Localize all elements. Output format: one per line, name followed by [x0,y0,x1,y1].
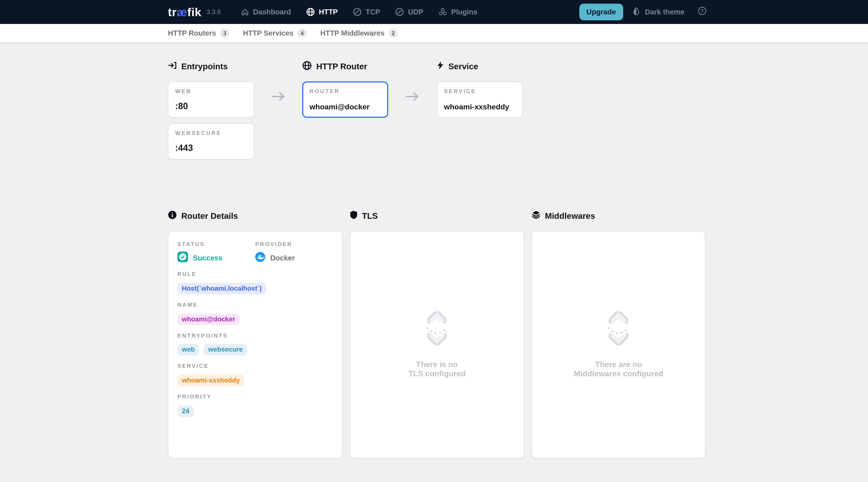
tab-label: HTTP Routers [168,29,216,37]
name-chip: whoami@docker [178,313,240,325]
middlewares-empty-line2: Middlewares configured [574,369,663,378]
entrypoint-chip: web [178,344,199,355]
provider-label: PROVIDER [255,241,333,247]
tls-empty-text: There is no TLS configured [408,360,466,378]
nav-item-dashboard[interactable]: Dashboard [241,8,291,16]
proxy-icon [395,7,404,16]
service-group: SERVICE whoami-xxsheddy [178,363,333,386]
middlewares-empty-line1: There are no [574,360,663,369]
flow-arrow-cell [254,61,302,165]
name-label: NAME [178,302,333,308]
shield-icon [350,210,358,221]
tab-http-services[interactable]: HTTP Services 4 [243,28,307,38]
bolt-icon [437,61,444,72]
service-chip: whoami-xxsheddy [178,375,244,386]
tab-count-badge: 3 [220,28,229,38]
docker-icon [255,252,265,264]
subnav: HTTP Routers 3 HTTP Services 4 HTTP Midd… [0,24,868,42]
tab-label: HTTP Services [243,29,293,37]
logo-text-2: fik [187,5,202,19]
service-column: Service SERVICE whoami-xxsheddy [437,61,523,165]
rule-group: RULE Host(`whoami.localhost`) [178,271,333,295]
proxy-icon [353,7,362,16]
entrypoints-group: ENTRYPOINTS web websecure [178,332,333,355]
tab-http-routers[interactable]: HTTP Routers 3 [168,28,229,38]
service-card[interactable]: SERVICE whoami-xxsheddy [437,82,523,118]
tab-count-badge: 2 [389,28,398,38]
http-router-title: HTTP Router [316,61,367,71]
info-icon [168,210,177,221]
nav-item-plugins[interactable]: Plugins [438,7,477,16]
entrypoint-label: WEBSECURE [175,130,247,136]
flow-arrow-cell [388,61,437,165]
entrypoints-column: Entrypoints WEB :80 WEBSECURE :443 [168,61,254,165]
service-label: SERVICE [178,363,333,369]
middlewares-title: Middlewares [545,211,595,221]
tls-empty-line1: There is no [408,360,466,369]
tls-panel: TLS There is no TLS configured [350,211,524,458]
tab-http-middlewares[interactable]: HTTP Middlewares 2 [320,28,398,38]
middlewares-empty-text: There are no Middlewares configured [574,360,663,378]
entrypoint-card-web: WEB :80 [168,82,254,118]
droplet-icon [632,7,641,17]
dark-theme-label: Dark theme [645,8,684,16]
traefik-logo[interactable]: træfik [168,5,202,19]
logo-ae: æ [177,5,187,19]
status-label: STATUS [178,241,255,247]
nav-item-label: Plugins [451,8,477,16]
tab-count-badge: 4 [298,28,307,38]
router-card-label: ROUTER [310,88,381,94]
entrypoints-heading: Entrypoints [168,61,254,71]
entrypoints-title: Entrypoints [181,61,228,71]
svg-text:?: ? [701,8,704,14]
nav-item-label: Dashboard [253,8,291,16]
middlewares-heading: Middlewares [532,211,706,221]
tls-card: There is no TLS configured [350,231,524,458]
main-content: Entrypoints WEB :80 WEBSECURE :443 HTTP … [168,42,707,458]
status-value: Success [193,254,222,262]
upgrade-button[interactable]: Upgrade [579,4,623,20]
cubes-icon [438,7,447,16]
nav-item-label: HTTP [319,8,338,16]
router-column: HTTP Router ROUTER whoami@docker [302,61,388,165]
entrypoint-label: WEB [175,88,247,94]
right-arrow-icon [406,91,419,104]
enter-icon [168,61,177,72]
tls-title: TLS [362,211,378,221]
globe-icon [302,61,312,72]
nav-item-http[interactable]: HTTP [306,7,338,16]
entrypoints-label: ENTRYPOINTS [178,332,333,339]
middlewares-card: There are no Middlewares configured [532,231,706,458]
status-group: STATUS Success [178,241,255,264]
service-card-value: whoami-xxsheddy [444,102,516,111]
router-details-title: Router Details [181,211,238,221]
nav-item-udp[interactable]: UDP [395,7,423,16]
router-card-value: whoami@docker [310,102,381,111]
router-card[interactable]: ROUTER whoami@docker [302,82,388,118]
empty-layers-icon [600,311,637,348]
entrypoint-chip: websecure [204,344,247,355]
layers-icon [532,210,540,221]
provider-group: PROVIDER Docker [255,241,333,264]
empty-layers-icon [418,311,455,348]
routing-flow: Entrypoints WEB :80 WEBSECURE :443 HTTP … [168,61,707,165]
router-details-panel: Router Details STATUS Success PRO [168,211,342,458]
logo-text: tr [168,5,177,19]
service-title: Service [448,61,478,71]
question-icon: ? [698,6,707,18]
service-card-label: SERVICE [444,88,516,94]
version-label: 3.3.6 [207,8,221,16]
priority-chip: 24 [178,405,194,417]
dark-theme-toggle[interactable]: Dark theme [632,7,684,17]
nav-item-tcp[interactable]: TCP [353,7,380,16]
nav-item-label: TCP [366,8,380,16]
top-navbar: træfik 3.3.6 Dashboard HTTP TCP [0,0,868,24]
router-details-card: STATUS Success PROVIDER [168,231,342,458]
nav-item-label: UDP [408,8,423,16]
rule-label: RULE [178,271,333,277]
help-button[interactable]: ? [698,6,707,18]
middlewares-panel: Middlewares There are no Middlewares con… [532,211,706,458]
globe-icon [306,7,315,16]
tls-heading: TLS [350,211,524,221]
detail-panels: Router Details STATUS Success PRO [168,211,707,458]
